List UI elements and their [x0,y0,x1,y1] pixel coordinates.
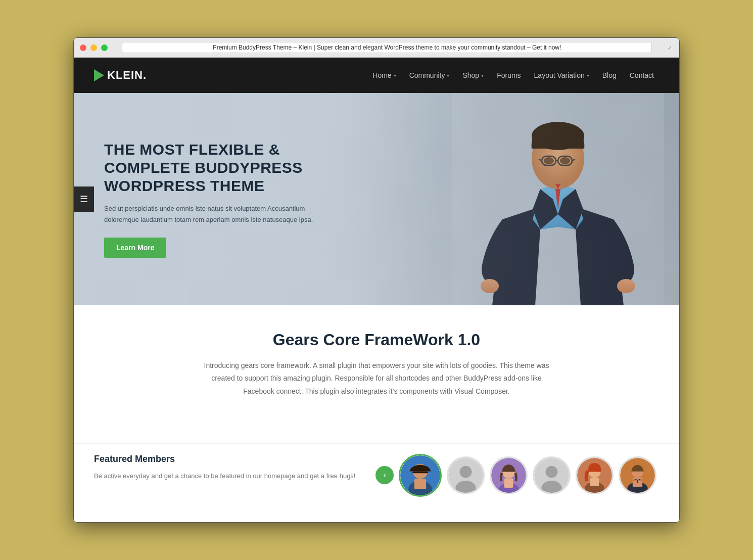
framework-title: Gears Core FrameWork 1.0 [94,331,659,349]
learn-more-button[interactable]: Learn More [104,238,166,258]
logo[interactable]: KLEIN. [94,69,147,82]
url-bar[interactable]: Premium BuddyPress Theme – Klein | Super… [122,42,652,53]
list-item[interactable] [447,456,485,494]
nav-item-blog[interactable]: Blog [597,67,622,83]
members-carousel: ‹ [375,454,659,497]
chevron-down-icon: ▾ [447,73,449,78]
svg-rect-15 [413,471,429,473]
featured-members-description: Be active everyday and get a chance to b… [94,471,355,482]
nav-link-blog[interactable]: Blog [597,67,622,83]
browser-titlebar: Premium BuddyPress Theme – Klein | Super… [74,38,679,58]
sidebar-toggle-button[interactable]: ☰ [74,186,94,212]
framework-description: Introducing gears core framework. A smal… [200,359,553,398]
list-item[interactable] [490,456,528,494]
nav-item-forums[interactable]: Forums [492,67,526,83]
featured-members-title: Featured Members [94,454,355,464]
framework-section: Gears Core FrameWork 1.0 Introducing gea… [74,305,679,443]
carousel-prev-button[interactable]: ‹ [375,466,394,484]
website-content: KLEIN. Home ▾ Community ▾ [74,58,679,522]
nav-item-home[interactable]: Home ▾ [367,67,401,83]
featured-members-section: Featured Members Be active everyday and … [74,443,679,522]
nav-link-shop[interactable]: Shop ▾ [457,67,489,83]
svg-rect-31 [590,478,599,486]
hero-section: ☰ [74,93,679,305]
nav-label-home: Home [372,71,391,79]
hero-subtitle: Sed ut perspiciatis unde omnis iste natu… [104,203,316,225]
nav-menu: Home ▾ Community ▾ Shop ▾ [367,67,659,83]
logo-text: KLEIN. [107,69,147,82]
nav-item-shop[interactable]: Shop ▾ [457,67,489,83]
chevron-down-icon: ▾ [587,73,589,78]
nav-label-blog: Blog [602,71,617,79]
nav-item-community[interactable]: Community ▾ [404,67,455,83]
nav-label-contact: Contact [630,71,654,79]
nav-link-community[interactable]: Community ▾ [404,67,455,83]
nav-label-community: Community [409,71,445,79]
hero-content: THE MOST FLEXIBLE & COMPLETE BUDDYPRESS … [74,141,347,258]
logo-icon [94,69,104,81]
minimize-button[interactable] [90,44,97,51]
hero-title: THE MOST FLEXIBLE & COMPLETE BUDDYPRESS … [104,141,316,195]
svg-rect-24 [504,478,513,487]
resize-icon: ⤢ [666,44,673,51]
close-button[interactable] [80,44,86,51]
svg-rect-17 [414,479,426,489]
list-item[interactable] [576,456,614,494]
browser-window: Premium BuddyPress Theme – Klein | Super… [73,37,680,523]
list-item[interactable] [619,456,656,494]
maximize-button[interactable] [101,44,108,51]
nav-item-layout[interactable]: Layout Variation ▾ [529,67,594,83]
svg-point-26 [546,465,558,478]
nav-link-layout[interactable]: Layout Variation ▾ [529,67,594,83]
navbar: KLEIN. Home ▾ Community ▾ [74,58,679,93]
featured-info: Featured Members Be active everyday and … [94,454,355,482]
nav-link-home[interactable]: Home ▾ [367,67,401,83]
chevron-down-icon: ▾ [481,73,484,78]
nav-link-forums[interactable]: Forums [492,67,526,83]
chevron-down-icon: ▾ [394,73,396,78]
svg-point-19 [460,465,472,478]
nav-link-contact[interactable]: Contact [625,67,659,83]
nav-label-shop: Shop [462,71,479,79]
hamburger-icon: ☰ [80,194,88,205]
nav-label-forums: Forums [497,71,521,79]
members-list [394,454,659,497]
nav-label-layout: Layout Variation [534,71,585,79]
list-item[interactable] [399,454,442,497]
list-item[interactable] [533,456,571,494]
nav-item-contact[interactable]: Contact [625,67,659,83]
